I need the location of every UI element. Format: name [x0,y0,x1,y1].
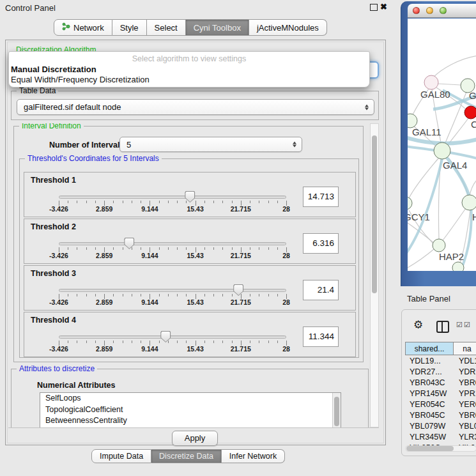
tick-label: 21.715 [231,252,251,259]
table-row[interactable]: YBR045CYBR0 [405,410,476,420]
numerical-attributes-heading: Numerical Attributes [37,381,115,390]
tick-mark [213,247,214,250]
table-data-combobox[interactable]: galFiltered.sif default node [17,99,374,115]
list-scroll-thumb[interactable] [334,397,339,426]
table-row[interactable]: YBR043CYBR0 [405,377,476,388]
combo-stepper-icon[interactable] [365,104,369,110]
node-label: H [472,211,476,222]
close-icon[interactable]: ✖ [380,2,387,12]
table-hscrollbar[interactable] [405,445,476,452]
tick-mark [186,247,187,250]
zoom-light-icon[interactable] [440,7,447,14]
tab-impute-data[interactable]: Impute Data [91,449,151,463]
panel-scroll-thumb[interactable] [372,135,377,293]
network-node[interactable] [434,142,450,159]
threshold-value-field[interactable]: 6.316 [303,233,339,254]
apply-button[interactable]: Apply [172,431,218,446]
threshold-slider-track[interactable] [59,196,286,199]
apply-strip: Apply [8,427,379,446]
window-title: Control Panel [5,3,56,13]
tick-mark [204,247,205,250]
network-node[interactable] [464,106,476,119]
column-header-name[interactable]: na [454,342,476,355]
network-node[interactable] [452,262,464,271]
number-of-intervals-label: Number of Intervals [49,141,124,150]
algorithm-option-equal-width[interactable]: Equal Width/Frequency Discretization [11,75,150,84]
threshold-slider-track[interactable] [59,289,286,292]
tick-label: 9.144 [141,252,158,259]
tab-network[interactable]: Network [54,19,112,36]
threshold-value-field[interactable]: 21.4 [303,280,339,300]
network-node[interactable] [408,197,412,210]
table-row[interactable]: YER054CYER0 [405,399,476,410]
network-edge[interactable] [433,56,476,77]
table-panel: ⚙ ☑ ☑ shared... na YDL19...YDL1YDR27...Y… [401,309,476,456]
threshold-slider-track[interactable] [59,335,286,339]
cell-name: YER0 [454,400,476,409]
select-none-checkbox-icon[interactable]: ☑ [464,321,470,329]
tab-discretize-data[interactable]: Discretize Data [151,449,222,463]
threshold-slider-track[interactable] [59,242,286,245]
tick-mark [77,247,77,250]
list-scrollbar[interactable] [332,393,341,427]
network-canvas[interactable]: GAL80GACGAL11GAL4GCY1HHAP2 [408,19,476,271]
table-data-group: Table Data galFiltered.sif default node [11,91,379,120]
network-edge[interactable] [438,84,461,85]
tab-style[interactable]: Style [112,19,147,36]
network-icon [62,22,70,33]
cell-shared-name: YBL079W [405,422,454,431]
tab-infer-network[interactable]: Infer Network [222,449,285,463]
network-edge[interactable] [408,249,434,268]
table-panel-title: Table Panel [407,294,450,303]
network-node[interactable] [408,114,417,128]
column-header-shared[interactable]: shared... [405,342,454,355]
cell-name: YPR1 [454,389,476,398]
tab-select[interactable]: Select [147,19,186,36]
table-row[interactable]: YLR345WYLR3 [405,431,476,442]
select-all-checkbox-icon[interactable]: ☑ [456,321,463,329]
tick-mark [250,201,250,203]
tick-mark [168,341,169,343]
cell-shared-name: YBR045C [405,411,454,420]
panel-scrollbar[interactable] [370,123,379,427]
network-node[interactable] [433,239,445,252]
tick-mark [113,341,114,343]
settings-scroll-area: Interval Definition Number of Intervals … [8,123,379,427]
tick-mark [113,247,114,250]
tab-cyni-toolbox[interactable]: Cyni Toolbox [186,19,249,36]
numerical-attributes-list[interactable]: SelfLoopsTopologicalCoefficientBetweenne… [40,392,341,427]
tick-mark [141,294,141,296]
cell-name: YBR0 [454,411,476,420]
threshold-value-field[interactable]: 11.344 [303,326,339,347]
node-label: HAP2 [439,251,464,262]
settings-gear-icon[interactable]: ⚙ [413,319,423,331]
attribute-item[interactable]: TopologicalCoefficient [40,404,341,416]
threshold-panel: Threshold 1-3.4262.8599.14415.4321.71528… [24,172,356,217]
attribute-item[interactable]: BetweennessCentrality [40,415,341,427]
table-row[interactable]: YDL19...YDL1 [405,355,476,366]
table-row[interactable]: YBL079WYBL0 [405,420,476,431]
slider-tick-labels: -3.4262.8599.14415.4321.71528 [59,298,286,307]
network-node[interactable] [462,195,476,210]
minimize-light-icon[interactable] [426,7,433,14]
threshold-value-field[interactable]: 14.713 [303,187,339,207]
table-row[interactable]: YPR145WYPR1 [405,388,476,399]
table-data-label: Table Data [17,87,58,95]
number-of-intervals-combobox[interactable]: 5 [119,137,302,152]
network-node[interactable] [424,75,438,89]
algorithm-option-manual[interactable]: Manual Discretization [11,65,96,74]
network-edge[interactable] [470,178,476,196]
tick-mark [277,341,278,343]
float-window-icon[interactable] [370,4,378,11]
attribute-item[interactable]: SelfLoops [40,393,341,404]
column-layout-icon[interactable] [436,321,449,333]
network-edge[interactable] [443,208,466,240]
tab-jactivemnodules[interactable]: jActiveMNodules [249,19,327,36]
tick-mark [159,341,160,343]
slider-tick-labels: -3.4262.8599.14415.4321.71528 [59,205,286,214]
cell-shared-name: YDR27... [405,367,454,376]
table-hscroll-thumb[interactable] [406,446,454,451]
combo-stepper-icon[interactable] [293,142,296,148]
close-light-icon[interactable] [413,7,420,14]
table-row[interactable]: YDR27...YDR2 [405,366,476,377]
